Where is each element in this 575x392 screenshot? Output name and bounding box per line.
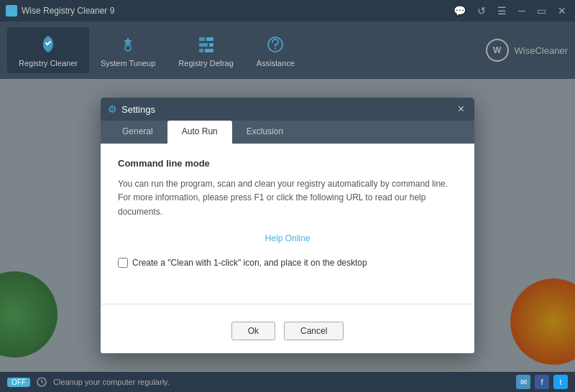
tab-general[interactable]: General [108, 121, 167, 144]
status-badge: OFF [7, 378, 30, 387]
section-title: Command line mode [118, 158, 457, 169]
tab-exclusion[interactable]: Exclusion [232, 121, 298, 144]
nav-bar: Registry Cleaner System Tuneup [0, 22, 575, 79]
nav-item-assistance[interactable]: Assistance [245, 27, 306, 73]
system-tuneup-icon [116, 33, 139, 56]
modal-overlay: ⚙ Settings × General Auto Run Exclusion … [0, 79, 575, 372]
assistance-icon [264, 33, 287, 56]
svg-point-2 [125, 45, 131, 51]
registry-cleaner-icon [37, 33, 60, 56]
dialog-close-button[interactable]: × [455, 103, 467, 116]
svg-rect-6 [209, 43, 213, 47]
minimize-button[interactable]: ─ [515, 5, 528, 17]
svg-rect-5 [199, 43, 208, 47]
svg-rect-7 [199, 49, 203, 52]
svg-point-10 [275, 48, 276, 50]
content-area: ⚙ Settings × General Auto Run Exclusion … [0, 79, 575, 372]
settings-icon: ⚙ [108, 103, 117, 115]
registry-defrag-icon [195, 33, 218, 56]
dialog-footer: Ok Cancel [101, 312, 474, 353]
dialog-body: Command line mode You can run the progra… [101, 144, 474, 297]
status-right: ✉ f t [516, 375, 568, 389]
twitter-social-icon[interactable]: t [553, 375, 568, 389]
cancel-button[interactable]: Cancel [284, 322, 344, 340]
svg-point-1 [11, 14, 12, 15]
brand-area: W WiseCleaner [486, 39, 568, 62]
status-bar: OFF Cleanup your computer regularly. ✉ f… [0, 372, 575, 392]
svg-rect-3 [199, 37, 205, 41]
create-icon-checkbox[interactable] [118, 258, 128, 268]
speech-bubble-icon[interactable]: 💬 [451, 5, 469, 17]
nav-label-registry-cleaner: Registry Cleaner [19, 59, 78, 67]
facebook-social-icon[interactable]: f [535, 375, 549, 389]
title-bar: Wise Registry Cleaner 9 💬 ↺ ☰ ─ ▭ ✕ [0, 0, 575, 22]
nav-label-system-tuneup: System Tuneup [101, 59, 155, 67]
svg-rect-4 [206, 37, 213, 41]
clock-icon [36, 376, 47, 388]
checkbox-row: Create a "Clean with 1-click" icon, and … [118, 258, 457, 268]
nav-item-registry-defrag[interactable]: Registry Defrag [167, 27, 244, 73]
svg-rect-8 [205, 49, 213, 52]
nav-item-system-tuneup[interactable]: System Tuneup [89, 27, 167, 73]
close-button[interactable]: ✕ [555, 5, 569, 17]
help-online-link[interactable]: Help Online [118, 233, 457, 243]
status-left: OFF Cleanup your computer regularly. [7, 376, 170, 388]
app-title: Wise Registry Cleaner 9 [22, 6, 451, 16]
brand-name: WiseCleaner [515, 45, 568, 56]
nav-item-registry-cleaner[interactable]: Registry Cleaner [7, 27, 89, 73]
restore-button[interactable]: ▭ [534, 5, 549, 17]
status-message: Cleanup your computer regularly. [53, 378, 170, 386]
refresh-icon[interactable]: ↺ [474, 5, 489, 17]
app-icon [6, 5, 17, 17]
dialog-divider [101, 304, 474, 304]
app-window: Wise Registry Cleaner 9 💬 ↺ ☰ ─ ▭ ✕ Regi… [0, 0, 575, 392]
menu-icon[interactable]: ☰ [494, 5, 510, 17]
ok-button[interactable]: Ok [231, 322, 275, 340]
dialog-title: Settings [121, 104, 455, 115]
tab-auto-run[interactable]: Auto Run [167, 121, 232, 144]
section-desc: You can run the program, scan and clean … [118, 177, 457, 219]
checkbox-label: Create a "Clean with 1-click" icon, and … [132, 258, 367, 268]
dialog-title-bar: ⚙ Settings × [101, 98, 474, 121]
nav-label-registry-defrag: Registry Defrag [178, 59, 233, 67]
brand-circle: W [486, 39, 509, 62]
dialog-tabs: General Auto Run Exclusion [101, 121, 474, 144]
email-social-icon[interactable]: ✉ [516, 375, 530, 389]
window-controls: 💬 ↺ ☰ ─ ▭ ✕ [451, 5, 569, 17]
nav-label-assistance: Assistance [257, 59, 295, 67]
settings-dialog: ⚙ Settings × General Auto Run Exclusion … [101, 98, 474, 353]
